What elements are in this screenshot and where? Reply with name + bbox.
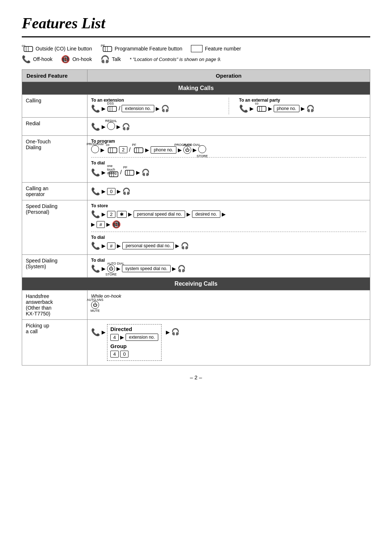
desired-no-key: desired no. xyxy=(192,211,220,218)
store-circle: STORE xyxy=(198,145,206,154)
talk-icon-op2: 🎧 xyxy=(122,187,130,195)
table-row: Speed Dialing(Personal) To store 📞 ▶ 2 ✱… xyxy=(22,200,370,255)
offhook-label: Off-hook xyxy=(33,56,52,62)
phone-no-key: phone no. xyxy=(274,105,299,112)
pickup-dashed-box: Directed 4 ▶ extension no. Group 4 0 xyxy=(107,324,162,361)
group-ops: 4 0 xyxy=(110,351,158,358)
key-0-grp: 0 xyxy=(120,351,128,358)
making-calls-label: Making Calls xyxy=(22,82,370,95)
onhook-legend: 📵 On-hook xyxy=(61,55,92,64)
talk-icon-redial: 🎧 xyxy=(122,123,130,131)
redial-operation: 📞 ▶ REDIAL ▶ 🎧 xyxy=(87,118,370,136)
system-speed-dial-no-key: system speed dial no. xyxy=(122,265,171,272)
speed-system-feature: Speed Dialing(System) xyxy=(22,255,87,278)
pickupcall-operation: 📞 ▶ Directed 4 ▶ extension no. Group 4 0 xyxy=(87,320,370,366)
offhook-icon: 📞 xyxy=(22,55,31,64)
slash3: / xyxy=(120,169,122,176)
onetouch-feature: One-TouchDialing xyxy=(22,136,87,183)
speed-personal-dial-ops: 📞 ▶ # ▶ personal speed dial no. ▶ 🎧 xyxy=(91,241,366,250)
table-row: One-TouchDialing To program PROGRAM ▶ co xyxy=(22,136,370,183)
phone-no-key-ot: phone no. xyxy=(151,146,176,154)
key-2: 2 xyxy=(119,146,127,153)
talk-legend: 🎧 Talk xyxy=(101,55,121,64)
feature-number-label: Feature number xyxy=(205,46,241,52)
offhook-icon-op: 📞 xyxy=(91,104,100,113)
offhook-icon-ss: 📞 xyxy=(91,264,100,273)
talk-icon-pu: 🎧 xyxy=(171,328,179,336)
directed-label: Directed xyxy=(110,326,158,332)
talk-icon-ot: 🎧 xyxy=(142,168,150,176)
talk-label: Talk xyxy=(112,56,121,62)
speed-system-operation: To dial 📞 ▶ AUTO DIAL STORE ⏻ ▶ system s… xyxy=(87,255,370,278)
onhook-icon: 📵 xyxy=(61,55,70,64)
talk-icon: 🎧 xyxy=(101,55,110,64)
calling-external-ops: 📞 ▶ co ▶ phone no. xyxy=(239,104,367,113)
col1-header: Desired Feature xyxy=(22,70,87,82)
offhook-legend: 📞 Off-hook xyxy=(22,55,52,64)
dss-co-icon: DSS xyxy=(107,105,117,113)
offhook-icon-sp: 📞 xyxy=(91,210,100,219)
co-line-legend: co Outside (CO) Line button xyxy=(22,45,92,53)
slash2: / xyxy=(129,147,130,153)
personal-speed-dial-no-key: personal speed dial no. xyxy=(134,211,185,218)
feature-number-box xyxy=(191,45,203,52)
to-dial-label-ss: To dial xyxy=(91,258,366,263)
handsfree-feature: Handsfreeanswerback(Other thanKX-T7750) xyxy=(22,290,87,320)
group-label: Group xyxy=(110,343,158,349)
redial-circle: REDIAL xyxy=(107,122,115,131)
calling-operation: To an extension 📞 ▶ DSS xyxy=(87,95,370,118)
calling-feature: Calling xyxy=(22,95,87,118)
divider2 xyxy=(91,232,366,232)
table-row: Handsfreeanswerback(Other thanKX-T7750) … xyxy=(22,290,370,320)
onhook-icon-sp: 📵 xyxy=(112,220,121,229)
table-row: Calling To an extension 📞 ▶ DSS xyxy=(22,95,370,118)
while-on-hook-label: While on-hook xyxy=(91,293,366,299)
pickup-ops: 📞 ▶ Directed 4 ▶ extension no. Group 4 0 xyxy=(91,324,366,361)
table-row: Picking upa call 📞 ▶ Directed 4 ▶ extens… xyxy=(22,320,370,366)
personal-speed-dial-no-key2: personal speed dial no. xyxy=(122,242,174,249)
handsfree-ops: AUTO ANS MUTE ⏻ xyxy=(91,301,366,309)
program-icon: PROGRAM xyxy=(91,145,99,154)
autodial-circle: AUTO DIAL PROGRAM ⏻ xyxy=(183,146,191,154)
speed-personal-store-ops: 📞 ▶ 2 ✱ ▶ personal speed dial no. ▶ desi… xyxy=(91,210,366,219)
offhook-icon-op2: 📞 xyxy=(91,187,100,196)
feature-number-legend: Feature number xyxy=(191,45,241,52)
pf-icon-ot: PF xyxy=(132,146,144,154)
key-4-dir: 4 xyxy=(110,334,119,341)
ot-button-icon: one touch dialing xyxy=(107,167,119,178)
speed-personal-feature: Speed Dialing(Personal) xyxy=(22,200,87,255)
offhook-icon-pu: 📞 xyxy=(91,328,100,336)
legend: co Outside (CO) Line button PF Programma… xyxy=(22,45,370,53)
receiving-calls-label: Receiving Calls xyxy=(22,278,370,290)
pf-legend: PF Programmable Feature button xyxy=(101,45,183,53)
page-number: – 2 – xyxy=(22,374,370,380)
onetouch-operation: To program PROGRAM ▶ co xyxy=(87,136,370,183)
talk-icon-ext: 🎧 xyxy=(306,105,314,113)
to-store-label: To store xyxy=(91,203,366,208)
handsfree-operation: While on-hook AUTO ANS MUTE ⏻ xyxy=(87,290,370,320)
key-4-grp: 4 xyxy=(110,351,119,358)
operator-feature: Calling anoperator xyxy=(22,183,87,200)
divider xyxy=(91,157,366,158)
onetouch-program-ops: PROGRAM ▶ co 2 / P xyxy=(91,145,366,154)
section-receiving-calls: Receiving Calls xyxy=(22,278,370,290)
offhook-icon-ext: 📞 xyxy=(239,104,248,113)
talk-icon-sp: 🎧 xyxy=(181,242,189,250)
operator-operation: 📞 ▶ 0 ▶ 🎧 xyxy=(87,183,370,200)
page-title: Features List xyxy=(22,15,370,32)
onhook-label: On-hook xyxy=(72,56,92,62)
auto-ans-circle: AUTO ANS MUTE ⏻ xyxy=(91,301,99,309)
onetouch-dial-ops: 📞 ▶ one touch dialing / PF xyxy=(91,167,366,178)
talk-icon-ss: 🎧 xyxy=(177,265,185,273)
col2-header: Operation xyxy=(87,70,370,82)
key-0: 0 xyxy=(107,188,115,195)
redial-feature: Redial xyxy=(22,118,87,136)
to-dial-label-sp: To dial xyxy=(91,235,366,240)
table-header-row: Desired Feature Operation xyxy=(22,70,370,82)
table-row: Calling anoperator 📞 ▶ 0 ▶ 🎧 xyxy=(22,183,370,200)
directed-ops: 4 ▶ extension no. xyxy=(110,334,158,341)
pf-icon-ot-dial: PF xyxy=(123,168,135,176)
table-row: Speed Dialing(System) To dial 📞 ▶ AUTO D… xyxy=(22,255,370,278)
autodial-circle-ss: AUTO DIAL STORE ⏻ xyxy=(107,265,115,273)
extension-no-key-pu: extension no. xyxy=(126,334,158,341)
